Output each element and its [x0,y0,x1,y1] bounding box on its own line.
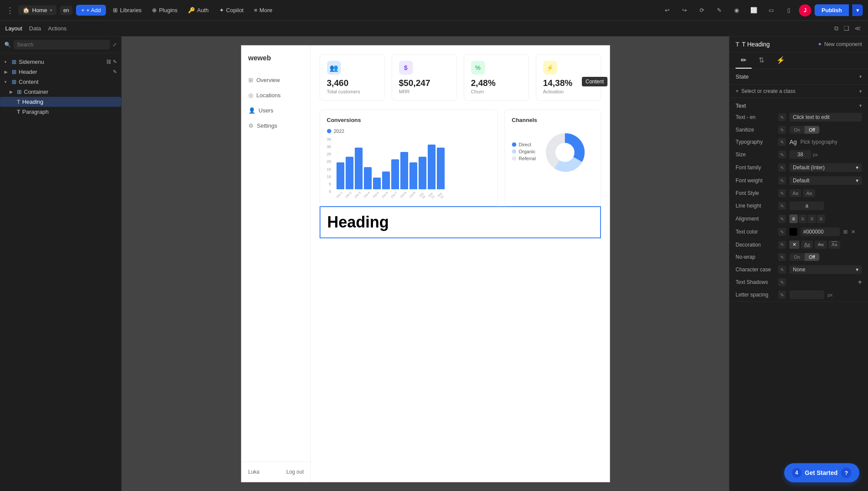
text-color-input[interactable] [801,227,840,236]
footer-logout[interactable]: Log out [286,469,304,475]
font-weight-edit-icon[interactable]: ✎ [778,177,786,185]
tree-item-container[interactable]: ▶ ⊞ Container [0,87,121,97]
nowrap-on-option[interactable]: On [789,253,805,261]
text-en-label: Text - en [736,114,775,120]
align-center-button[interactable]: ≡ [799,214,807,223]
line-height-input[interactable] [789,201,824,210]
get-started-label: Get Started [805,469,838,476]
typography-pick[interactable]: Pick typography [800,139,862,145]
color-close-icon[interactable]: ✕ [851,229,855,235]
bar-label-item: Oct 10 [417,191,427,201]
redo-button[interactable]: ↪ [677,3,691,17]
nav-users[interactable]: 👤 Users [241,103,310,118]
undo-button[interactable]: ↩ [660,3,674,17]
edit-icon[interactable]: ✎ [113,59,117,65]
sanitize-off-option[interactable]: Off [805,126,819,134]
home-tab[interactable]: 🏠 Home ▾ [18,5,56,15]
preview-button[interactable]: ◉ [729,3,743,17]
nowrap-off-option[interactable]: Off [805,253,819,261]
character-case-edit-icon[interactable]: ✎ [778,266,786,274]
content-tooltip: Content [582,77,607,86]
data-tab[interactable]: Data [29,25,41,32]
line-height-edit-icon[interactable]: ✎ [778,202,786,210]
decoration-none-button[interactable]: ✕ [789,241,799,249]
avatar[interactable]: J [799,4,811,16]
text-shadows-edit-icon[interactable]: ✎ [778,278,786,286]
tab-edit[interactable]: ✏ [736,53,752,69]
align-right-button[interactable]: ≡ [808,214,816,223]
font-style-normal[interactable]: Aa [789,189,801,197]
expand-icon[interactable]: ⤢ [112,42,117,48]
font-style-italic[interactable]: Aa [803,189,815,197]
align-justify-button[interactable]: ≡ [817,214,825,223]
copilot-button[interactable]: ✦ Copilot [216,5,247,15]
alignment-edit-icon[interactable]: ✎ [778,215,786,223]
letter-spacing-input[interactable] [789,290,824,299]
decoration-overline-button[interactable]: Aa [828,241,840,249]
select-class-row[interactable]: + Select or create a class ▾ [729,85,868,98]
size-edit-icon[interactable]: ✎ [778,151,786,158]
text-shadows-add-icon[interactable]: + [858,278,862,286]
font-family-edit-icon[interactable]: ✎ [778,164,786,171]
color-grid-icon[interactable]: ⊞ [843,229,848,235]
align-left-button[interactable]: ≡ [789,214,798,223]
sanitize-on-option[interactable]: On [789,126,805,134]
new-component-button[interactable]: ✦ New component [818,41,862,47]
character-case-select[interactable]: None ▾ [789,265,862,274]
duplicate-icon[interactable]: ❑ [842,24,851,33]
publish-button[interactable]: Publish [815,4,849,16]
bar-label-item: Oct 8 [399,191,409,201]
font-style-edit-icon[interactable]: ✎ [778,189,786,197]
edit-mode-button[interactable]: ✎ [712,3,726,17]
collapse-icon[interactable]: ≪ [853,24,863,33]
sparkle-icon: ✦ [818,41,822,47]
text-color-edit-icon[interactable]: ✎ [778,228,786,236]
auth-button[interactable]: 🔑 Auth [185,5,212,15]
font-weight-select[interactable]: Default ▾ [789,176,862,185]
typography-edit-icon[interactable]: ✎ [778,138,786,146]
layout-tab[interactable]: Layout [5,25,22,32]
sanitize-edit-icon[interactable]: ✎ [778,126,786,134]
tree-item-content[interactable]: ▾ ⊞ Content [0,77,121,87]
search-input[interactable] [13,40,110,49]
text-section-header[interactable]: Text ▾ [729,98,868,111]
text-color-swatch[interactable] [789,228,797,236]
tree-item-sidemenu[interactable]: ▾ ⊞ Sidemenu ⛓ ✎ [0,57,121,67]
libraries-button[interactable]: ⊞ Libraries [109,5,145,15]
state-section-header[interactable]: State ▾ [729,69,868,84]
copy-icon[interactable]: ⧉ [832,24,840,33]
tree-item-header[interactable]: ▶ ⊞ Header ✎ [0,67,121,77]
nowrap-edit-icon[interactable]: ✎ [778,253,786,261]
nav-locations[interactable]: ◎ Locations [241,88,310,103]
tab-actions[interactable]: ⚡ [771,53,790,69]
tablet-view-button[interactable]: ▭ [764,3,778,17]
nav-overview[interactable]: ⊞ Overview [241,72,310,88]
decoration-edit-icon[interactable]: ✎ [778,241,786,249]
decoration-strikethrough-button[interactable]: Aa [815,241,826,249]
text-en-input[interactable] [789,113,862,122]
font-family-select[interactable]: Default (Inter) ▾ [789,163,862,172]
tree-item-paragraph[interactable]: T Paragraph [0,107,121,117]
edit-icon[interactable]: ✎ [113,69,117,75]
add-button[interactable]: + + Add [76,5,106,16]
tree-item-heading[interactable]: T Heading [0,97,121,107]
desktop-view-button[interactable]: ⬜ [747,3,761,17]
heading-element[interactable]: Heading [320,206,601,238]
link-icon[interactable]: ⛓ [106,59,111,65]
text-en-edit-icon[interactable]: ✎ [778,113,786,121]
letter-spacing-edit-icon[interactable]: ✎ [778,291,786,299]
language-selector[interactable]: en [60,6,73,15]
tab-bindings[interactable]: ⇅ [753,53,769,69]
nav-settings[interactable]: ⚙ Settings [241,118,310,133]
decoration-underline-button[interactable]: Aa [801,241,813,249]
mobile-view-button[interactable]: ▯ [782,3,795,17]
right-header: T T Heading ✦ New component [729,36,868,53]
more-button[interactable]: ≡ More [251,5,276,15]
menu-dots-button[interactable]: ⋮ [5,6,15,15]
plugins-button[interactable]: ⊕ Plugins [149,5,181,15]
publish-chevron-icon[interactable]: ▾ [852,4,863,16]
size-input[interactable] [789,150,811,159]
actions-tab[interactable]: Actions [48,25,67,32]
get-started-button[interactable]: 4 Get Started ? [784,463,859,482]
refresh-button[interactable]: ⟳ [695,3,709,17]
